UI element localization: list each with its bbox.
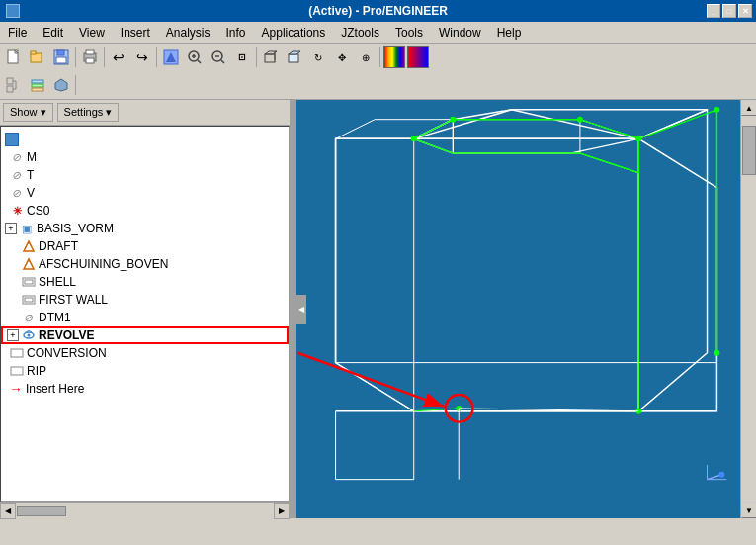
tree-item-M[interactable]: ⊘ M (1, 148, 289, 166)
tb-open[interactable] (27, 46, 48, 68)
minimize-btn[interactable]: _ (707, 4, 720, 18)
revolve-icon (21, 327, 37, 343)
tb-pan[interactable]: ✥ (331, 46, 353, 68)
tb-spin[interactable]: ↻ (307, 46, 329, 68)
tree-model-root[interactable] (1, 131, 289, 148)
tree-item-CS0[interactable]: ✳ CS0 (1, 202, 289, 220)
tb-save[interactable] (50, 46, 72, 68)
tb-zoom-in[interactable] (184, 46, 206, 68)
svg-rect-32 (32, 84, 43, 87)
svg-point-76 (714, 107, 719, 113)
hscroll-track[interactable] (17, 506, 273, 516)
tree-item-DTM1[interactable]: ⊘ DTM1 (1, 309, 289, 326)
svg-rect-10 (86, 58, 94, 63)
menu-edit[interactable]: Edit (35, 24, 71, 42)
tb-repaint[interactable] (160, 46, 182, 68)
tree-item-BASIS_VORM[interactable]: + ▣ BASIS_VORM (1, 220, 289, 237)
svg-rect-6 (57, 50, 64, 55)
tb-print[interactable] (79, 46, 101, 68)
viewport-vscroll[interactable]: ▲ ▼ (740, 100, 756, 518)
tb-3d-view2[interactable] (284, 46, 305, 68)
tree-item-CONVERSION[interactable]: CONVERSION (1, 344, 289, 362)
horizontal-scrollbar[interactable]: ◀ ▶ (0, 502, 290, 518)
tree-item-DRAFT[interactable]: DRAFT (1, 237, 289, 255)
svg-rect-27 (7, 86, 13, 92)
feature-icon-AFSCHUINING (21, 256, 37, 272)
hscroll-left[interactable]: ◀ (0, 503, 16, 519)
vscroll-thumb[interactable] (742, 126, 756, 175)
tb-sep2 (104, 47, 105, 67)
svg-rect-20 (265, 54, 275, 62)
show-button[interactable]: Show ▾ (3, 103, 53, 122)
tb-sep3 (156, 47, 157, 67)
svg-rect-31 (32, 80, 43, 83)
svg-point-78 (714, 350, 719, 356)
menu-help[interactable]: Help (489, 24, 530, 42)
expand-icon-BASIS_VORM[interactable]: + (5, 223, 17, 234)
expand-icon-REVOLVE[interactable]: + (7, 329, 19, 341)
tb2-feature[interactable] (50, 74, 72, 96)
tb2-model-tree[interactable] (3, 74, 25, 96)
svg-rect-45 (11, 349, 23, 357)
settings-button[interactable]: Settings ▾ (57, 103, 120, 122)
vscroll-track[interactable] (741, 116, 756, 502)
tb-color2[interactable] (407, 46, 429, 68)
tree-item-AFSCHUINING_BOVEN[interactable]: AFSCHUINING_BOVEN (1, 255, 289, 273)
tb-sep1 (75, 47, 76, 67)
3d-viewport[interactable]: ▲ ▼ ◀ (296, 100, 756, 518)
cs-icon-CS0: ✳ (9, 203, 25, 219)
menu-insert[interactable]: Insert (113, 24, 158, 42)
collapse-panel-btn[interactable]: ◀ (296, 295, 306, 324)
tb-zoom[interactable]: ⊕ (355, 46, 377, 68)
tree-item-FIRST_WALL[interactable]: FIRST WALL (1, 291, 289, 309)
svg-rect-47 (296, 100, 756, 518)
close-btn[interactable]: ✕ (738, 4, 752, 18)
feature-icon-RIP (9, 363, 25, 379)
svg-rect-33 (32, 88, 43, 91)
tree-item-V[interactable]: ⊘ V (1, 184, 289, 202)
menu-tools[interactable]: Tools (387, 24, 431, 42)
svg-line-14 (198, 60, 201, 63)
tb-new[interactable] (3, 46, 25, 68)
tb2-layers[interactable] (27, 74, 48, 96)
plane-icon-T: ⊘ (8, 167, 27, 183)
tb-zoom-fit[interactable]: ⊡ (231, 46, 253, 68)
tb-color1[interactable] (383, 46, 405, 68)
vscroll-up[interactable]: ▲ (741, 100, 756, 116)
tb-sep4 (256, 47, 257, 67)
3d-model-svg (296, 100, 756, 518)
hscroll-thumb[interactable] (17, 506, 66, 516)
tree-label-DRAFT: DRAFT (39, 239, 78, 253)
title-bar: (Active) - Pro/ENGINEER _ □ ✕ (0, 0, 756, 22)
model-tree[interactable]: ⊘ M ⊘ T ⊘ V ✳ CS0 + ▣ BASIS_VORM (0, 126, 290, 502)
window-title: (Active) - Pro/ENGINEER (308, 4, 448, 18)
menu-file[interactable]: File (0, 24, 35, 42)
menu-info[interactable]: Info (218, 24, 254, 42)
tree-item-RIP[interactable]: RIP (1, 362, 289, 380)
tree-item-REVOLVE[interactable]: + REVOLVE (1, 326, 289, 344)
feature-icon-DRAFT (21, 238, 37, 254)
menu-view[interactable]: View (71, 24, 113, 42)
vscroll-down[interactable]: ▼ (741, 502, 756, 518)
menu-analysis[interactable]: Analysis (158, 24, 218, 42)
tb-redo[interactable]: ↪ (131, 46, 153, 68)
tree-label-V: V (27, 186, 35, 200)
tb-zoom-out[interactable] (208, 46, 229, 68)
tree-label-M: M (27, 150, 37, 164)
tb-3d-view1[interactable] (260, 46, 282, 68)
tb-undo[interactable]: ↩ (108, 46, 129, 68)
tree-item-SHELL[interactable]: SHELL (1, 273, 289, 291)
tree-item-T[interactable]: ⊘ T (1, 166, 289, 184)
tree-item-insert-here[interactable]: → Insert Here (1, 380, 289, 398)
hscroll-right[interactable]: ▶ (274, 503, 290, 519)
tb2-sep1 (75, 75, 76, 95)
svg-rect-40 (25, 280, 33, 284)
maximize-btn[interactable]: □ (722, 4, 736, 18)
svg-point-75 (635, 136, 641, 141)
menu-jztools[interactable]: JZtools (333, 24, 387, 42)
insert-arrow-icon: → (9, 381, 23, 397)
menu-window[interactable]: Window (431, 24, 489, 42)
svg-rect-9 (86, 50, 94, 54)
toolbars: ↩ ↪ ⊡ ↻ ✥ ⊕ (0, 44, 756, 100)
menu-applications[interactable]: Applications (254, 24, 334, 42)
